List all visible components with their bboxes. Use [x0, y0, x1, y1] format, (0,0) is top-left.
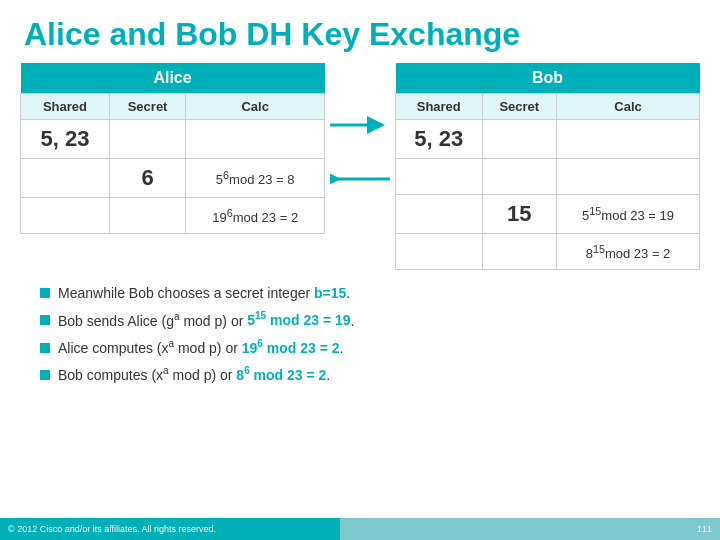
bob-col-calc: Calc — [557, 94, 700, 120]
table-row — [396, 159, 700, 195]
bob-table: Bob Shared Secret Calc 5, 23 — [395, 63, 700, 270]
alice-shared-3 — [21, 198, 110, 234]
alice-secret-1 — [109, 120, 185, 159]
bob-secret-2 — [482, 159, 556, 195]
bob-calc-1 — [557, 120, 700, 159]
bullet-text-4: Bob computes (xa mod p) or 86 mod 23 = 2… — [58, 364, 330, 385]
bob-shared-1: 5, 23 — [396, 120, 483, 159]
list-item: Alice computes (xa mod p) or 196 mod 23 … — [40, 337, 680, 358]
footer-page-number: 111 — [697, 524, 712, 534]
list-item: Bob computes (xa mod p) or 86 mod 23 = 2… — [40, 364, 680, 385]
alice-col-calc: Calc — [186, 94, 325, 120]
table-row: 5, 23 — [21, 120, 325, 159]
alice-secret-2: 6 — [109, 159, 185, 198]
alice-shared-1: 5, 23 — [21, 120, 110, 159]
footer-page-area: 111 — [340, 518, 720, 540]
alice-col-shared: Shared — [21, 94, 110, 120]
table-row: 815mod 23 = 2 — [396, 234, 700, 270]
page-title: Alice and Bob DH Key Exchange — [0, 0, 720, 63]
bullets-section: Meanwhile Bob chooses a secret integer b… — [20, 280, 700, 385]
bullet-text-1: Meanwhile Bob chooses a secret integer b… — [58, 284, 350, 304]
bob-col-secret: Secret — [482, 94, 556, 120]
bob-shared-4 — [396, 234, 483, 270]
footer: © 2012 Cisco and/or its affiliates. All … — [0, 518, 720, 540]
bob-calc-2 — [557, 159, 700, 195]
table-row: 196mod 23 = 2 — [21, 198, 325, 234]
table-row: 15 515mod 23 = 19 — [396, 195, 700, 234]
bullet-text-3: Alice computes (xa mod p) or 196 mod 23 … — [58, 337, 343, 358]
tables-area: Alice Shared Secret Calc 5, 23 — [20, 63, 700, 270]
bullet-text-2: Bob sends Alice (ga mod p) or 515 mod 23… — [58, 310, 354, 331]
alice-col-secret: Secret — [109, 94, 185, 120]
bob-header: Bob — [396, 63, 700, 94]
bullet-icon — [40, 370, 50, 380]
bullet-icon — [40, 315, 50, 325]
bob-calc-4: 815mod 23 = 2 — [557, 234, 700, 270]
table-row: 5, 23 — [396, 120, 700, 159]
arrows-area — [325, 63, 395, 191]
alice-header: Alice — [21, 63, 325, 94]
arrow-right-icon — [330, 113, 390, 137]
bullet-icon — [40, 343, 50, 353]
arrow-left-icon — [330, 167, 390, 191]
bob-shared-3 — [396, 195, 483, 234]
alice-calc-2: 56mod 23 = 8 — [186, 159, 325, 198]
bob-shared-2 — [396, 159, 483, 195]
bob-secret-4 — [482, 234, 556, 270]
alice-secret-3 — [109, 198, 185, 234]
bob-col-shared: Shared — [396, 94, 483, 120]
alice-calc-1 — [186, 120, 325, 159]
bullet-icon — [40, 288, 50, 298]
footer-copyright: © 2012 Cisco and/or its affiliates. All … — [8, 524, 216, 534]
alice-calc-3: 196mod 23 = 2 — [186, 198, 325, 234]
footer-copyright-area: © 2012 Cisco and/or its affiliates. All … — [0, 518, 340, 540]
alice-shared-2 — [21, 159, 110, 198]
bob-secret-3: 15 — [482, 195, 556, 234]
list-item: Meanwhile Bob chooses a secret integer b… — [40, 284, 680, 304]
alice-table: Alice Shared Secret Calc 5, 23 — [20, 63, 325, 234]
bob-secret-1 — [482, 120, 556, 159]
table-row: 6 56mod 23 = 8 — [21, 159, 325, 198]
bob-calc-3: 515mod 23 = 19 — [557, 195, 700, 234]
list-item: Bob sends Alice (ga mod p) or 515 mod 23… — [40, 310, 680, 331]
